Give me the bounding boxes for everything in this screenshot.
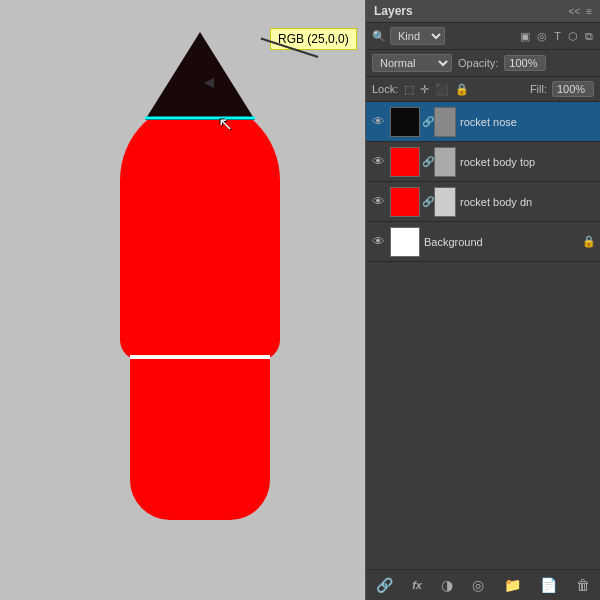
layer-lock-icon: 🔒 [582,235,596,248]
layers-bottom-toolbar: 🔗 fx ◑ ◎ 📁 📄 🗑 [366,569,600,600]
panel-controls: << ≡ [568,6,592,17]
layer-item[interactable]: 👁 🔗 rocket body dn [366,182,600,222]
layer-thumbnail-wrap: 🔗 [390,107,456,137]
blend-mode-select[interactable]: Normal [372,54,452,72]
blend-row: Normal Opacity: [366,50,600,77]
filter-text-icon[interactable]: T [553,29,562,43]
layer-thumbnail [390,147,420,177]
rocket-nose-svg [140,30,260,122]
filter-adjust-icon[interactable]: ◎ [536,29,548,44]
layer-mask-thumbnail [434,147,456,177]
link-icon: 🔗 [422,196,432,207]
layer-thumbnail-wrap: 🔗 [390,187,456,217]
rocket-body-bottom [130,350,270,520]
cursor-indicator: ↖ [218,115,233,133]
lock-label: Lock: [372,83,398,95]
lock-row: Lock: ⬚ ✛ ⬛ 🔒 Fill: [366,77,600,102]
fx-icon[interactable]: fx [408,577,426,593]
layer-thumbnail-wrap: 🔗 [390,147,456,177]
panel-header: Layers << ≡ [366,0,600,23]
filter-pixel-icon[interactable]: ▣ [519,29,531,44]
layer-thumbnail [390,227,420,257]
lock-artboard-icon[interactable]: ⬛ [434,82,450,97]
opacity-label: Opacity: [458,57,498,69]
layer-thumbnail-wrap [390,227,420,257]
layers-panel: Layers << ≡ 🔍 Kind ▣ ◎ T ⬡ ⧉ Normal Opac… [365,0,600,600]
kind-row: 🔍 Kind ▣ ◎ T ⬡ ⧉ [366,23,600,50]
layer-name: rocket body dn [460,196,596,208]
filter-smart-icon[interactable]: ⧉ [584,29,594,44]
layer-thumbnail [390,107,420,137]
layer-mask-thumbnail [434,107,456,137]
filter-icons: ▣ ◎ T ⬡ ⧉ [449,29,594,44]
panel-menu-btn[interactable]: ≡ [586,6,592,17]
delete-layer-icon[interactable]: 🗑 [572,575,594,595]
layer-item[interactable]: 👁 Background 🔒 [366,222,600,262]
link-icon: 🔗 [422,156,432,167]
filter-shape-icon[interactable]: ⬡ [567,29,579,44]
layer-name: rocket nose [460,116,596,128]
tooltip-arrow-head [204,78,214,88]
new-layer-icon[interactable]: 📄 [536,575,561,595]
new-group-icon[interactable]: 📁 [500,575,525,595]
rocket-divider [130,355,270,359]
search-icon: 🔍 [372,30,386,43]
link-icon: 🔗 [422,116,432,127]
svg-marker-0 [145,32,255,120]
add-mask-icon[interactable]: ◑ [437,575,457,595]
visibility-eye-icon[interactable]: 👁 [370,234,386,249]
visibility-eye-icon[interactable]: 👁 [370,114,386,129]
tooltip-text: RGB (25,0,0) [278,32,349,46]
layer-item[interactable]: 👁 🔗 rocket nose [366,102,600,142]
layer-item[interactable]: 👁 🔗 rocket body top [366,142,600,182]
layers-list: 👁 🔗 rocket nose 👁 🔗 rocket body top 👁 [366,102,600,569]
fill-label: Fill: [530,83,547,95]
fill-input[interactable] [552,81,594,97]
layer-name: Background [424,236,578,248]
visibility-eye-icon[interactable]: 👁 [370,194,386,209]
panel-collapse-btn[interactable]: << [568,6,580,17]
layer-name: rocket body top [460,156,596,168]
rocket-shape [120,30,280,560]
lock-pixel-icon[interactable]: ⬚ [403,82,415,97]
link-layers-icon[interactable]: 🔗 [372,575,397,595]
canvas-area: RGB (25,0,0) ↖ [0,0,360,600]
lock-all-icon[interactable]: 🔒 [454,82,470,97]
visibility-eye-icon[interactable]: 👁 [370,154,386,169]
lock-icons: ⬚ ✛ ⬛ 🔒 [403,82,525,97]
kind-select[interactable]: Kind [390,27,445,45]
lock-move-icon[interactable]: ✛ [419,82,430,97]
layer-thumbnail [390,187,420,217]
layer-mask-thumbnail [434,187,456,217]
opacity-input[interactable] [504,55,546,71]
panel-title: Layers [374,4,413,18]
rocket-body-top [120,100,280,360]
add-adjustment-icon[interactable]: ◎ [468,575,488,595]
